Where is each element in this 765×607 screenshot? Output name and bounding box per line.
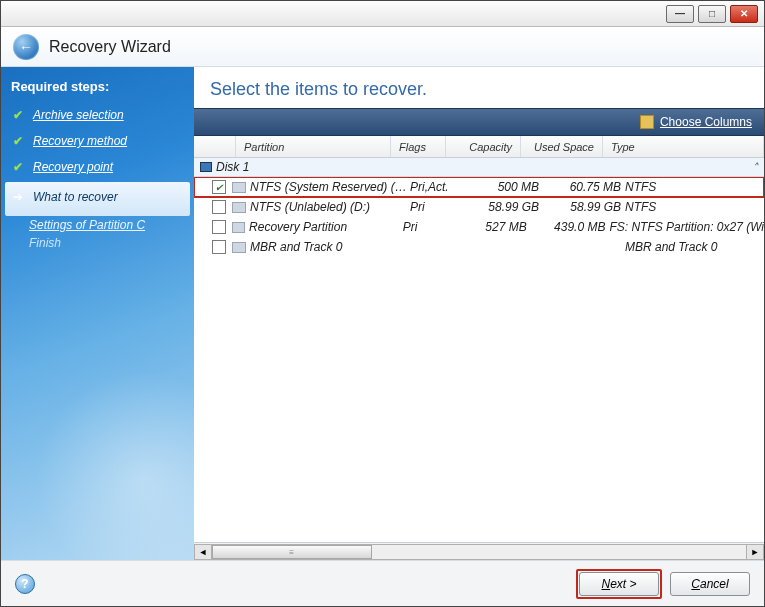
step-link[interactable]: Recovery method [33, 134, 127, 148]
row-capacity: 527 MB [455, 220, 527, 234]
partition-row[interactable]: Recovery Partition Pri 527 MB 439.0 MB F… [194, 217, 764, 237]
step-link[interactable]: Archive selection [33, 108, 124, 122]
next-button[interactable]: Next > [579, 572, 659, 596]
check-icon: ✔ [13, 160, 27, 174]
row-checkbox[interactable] [212, 240, 226, 254]
columns-icon [640, 115, 654, 129]
help-button[interactable]: ? [15, 574, 35, 594]
step-link[interactable]: Recovery point [33, 160, 113, 174]
row-checkbox[interactable] [212, 220, 226, 234]
row-checkbox[interactable]: ✔ [212, 180, 226, 194]
partition-list: Disk 1 ˄ ✔ NTFS (System Reserved) (C:) P… [194, 158, 764, 542]
partition-row[interactable]: ✔ NTFS (System Reserved) (C:) Pri,Act. 5… [194, 177, 764, 197]
sidebar-step-recovery-method[interactable]: ✔ Recovery method [11, 130, 184, 152]
choose-columns-link[interactable]: Choose Columns [660, 115, 752, 129]
arrow-right-icon: ➔ [13, 190, 27, 204]
recovery-wizard-window: — □ ✕ ← Recovery Wizard Required steps: … [0, 0, 765, 607]
sidebar-substep-settings-partition-c[interactable]: Settings of Partition C [29, 216, 184, 234]
sidebar-step-what-to-recover: ➔ What to recover [5, 182, 190, 216]
collapse-icon[interactable]: ˄ [752, 161, 758, 175]
row-used: 60.75 MB [539, 180, 621, 194]
minimize-button[interactable]: — [666, 5, 694, 23]
partition-icon [232, 182, 246, 193]
row-type: FS: NTFS Partition: 0x27 (Wi [605, 220, 764, 234]
disk-icon [200, 162, 212, 172]
row-type: NTFS [621, 180, 764, 194]
partition-row[interactable]: MBR and Track 0 MBR and Track 0 [194, 237, 764, 257]
sidebar: Required steps: ✔ Archive selection ✔ Re… [1, 67, 194, 560]
header: ← Recovery Wizard [1, 27, 764, 67]
row-name: NTFS (System Reserved) (C:) [250, 180, 410, 194]
column-headers: Partition Flags Capacity Used Space Type [194, 136, 764, 158]
row-capacity: 500 MB [464, 180, 539, 194]
row-flags: Pri [410, 200, 464, 214]
arrow-left-icon: ← [19, 39, 33, 55]
col-used[interactable]: Used Space [521, 136, 603, 157]
disk-label: Disk 1 [216, 160, 249, 174]
row-flags: Pri [403, 220, 455, 234]
scroll-track[interactable]: ≡ [212, 544, 746, 560]
row-name: Recovery Partition [249, 220, 403, 234]
scroll-left-icon[interactable]: ◄ [194, 544, 212, 560]
row-used: 439.0 MB [527, 220, 606, 234]
back-button[interactable]: ← [13, 34, 39, 60]
footer: ? Next > Cancel [1, 560, 764, 606]
sidebar-heading: Required steps: [11, 79, 184, 94]
check-icon: ✔ [13, 134, 27, 148]
scroll-thumb[interactable]: ≡ [212, 545, 372, 559]
partition-icon [232, 202, 246, 213]
row-checkbox[interactable] [212, 200, 226, 214]
instruction-text: Select the items to recover. [194, 67, 764, 108]
disk-group-row[interactable]: Disk 1 ˄ [194, 158, 764, 177]
main-panel: Select the items to recover. Choose Colu… [194, 67, 764, 560]
horizontal-scrollbar[interactable]: ◄ ≡ ► [194, 542, 764, 560]
row-capacity: 58.99 GB [464, 200, 539, 214]
partition-icon [232, 222, 246, 233]
cancel-button[interactable]: Cancel [670, 572, 750, 596]
titlebar: — □ ✕ [1, 1, 764, 27]
col-flags[interactable]: Flags [391, 136, 446, 157]
row-name: MBR and Track 0 [250, 240, 410, 254]
sidebar-step-recovery-point[interactable]: ✔ Recovery point [11, 156, 184, 178]
check-icon: ✔ [13, 108, 27, 122]
app-title: Recovery Wizard [49, 38, 171, 56]
col-capacity[interactable]: Capacity [446, 136, 521, 157]
sidebar-step-finish: Finish [29, 234, 184, 252]
row-type: MBR and Track 0 [621, 240, 764, 254]
scroll-right-icon[interactable]: ► [746, 544, 764, 560]
partition-row[interactable]: NTFS (Unlabeled) (D:) Pri 58.99 GB 58.99… [194, 197, 764, 217]
row-name: NTFS (Unlabeled) (D:) [250, 200, 410, 214]
row-used: 58.99 GB [539, 200, 621, 214]
col-partition[interactable]: Partition [236, 136, 391, 157]
partition-icon [232, 242, 246, 253]
maximize-button[interactable]: □ [698, 5, 726, 23]
close-button[interactable]: ✕ [730, 5, 758, 23]
row-flags: Pri,Act. [410, 180, 464, 194]
list-toolbar: Choose Columns [194, 108, 764, 136]
current-step-label: What to recover [33, 190, 118, 204]
col-type[interactable]: Type [603, 136, 764, 157]
row-type: NTFS [621, 200, 764, 214]
sidebar-step-archive-selection[interactable]: ✔ Archive selection [11, 104, 184, 126]
